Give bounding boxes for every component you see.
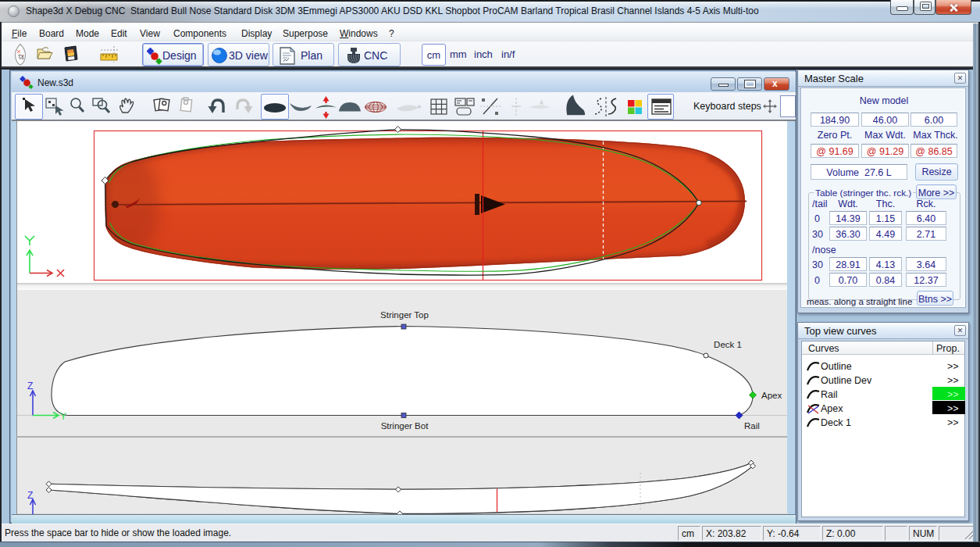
svg-text:Y: Y — [60, 411, 66, 422]
svg-text:Z: Z — [27, 381, 33, 391]
svg-text:Apex: Apex — [761, 391, 782, 400]
svg-text:Stringer Bot: Stringer Bot — [381, 421, 429, 431]
svg-text:Stringer Top: Stringer Top — [380, 310, 429, 320]
svg-text:Z: Z — [27, 490, 33, 501]
svg-text:Rail: Rail — [744, 421, 760, 431]
svg-text:Deck 1: Deck 1 — [714, 340, 742, 349]
